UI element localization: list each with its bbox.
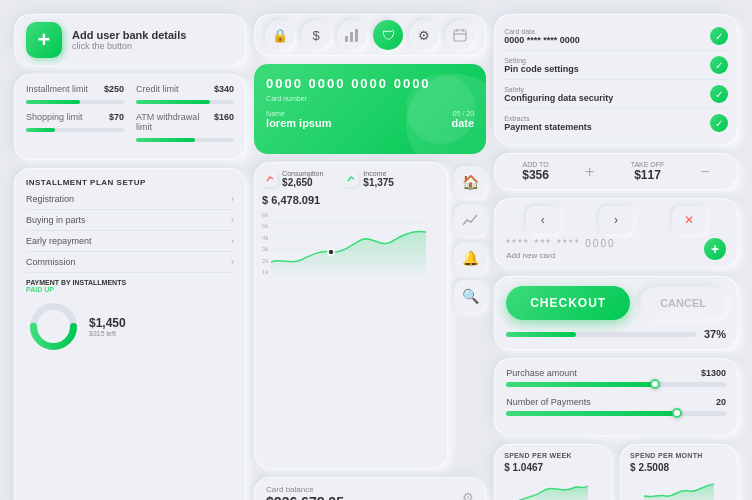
spend-month-val: $ 2.5008: [630, 462, 728, 473]
take-label: TAKE OFF: [631, 161, 665, 168]
chart-icon[interactable]: [337, 20, 367, 50]
purchase-card: Purchase amount $1300 Number of Payments…: [494, 358, 738, 436]
icon-bar: 🔒 $ 🛡 ⚙: [254, 14, 486, 56]
add-user-card: + Add user bank details click the button: [14, 14, 246, 66]
masked-card-number: **** *** **** 0000: [506, 238, 615, 249]
chevron-right-icon: ›: [231, 257, 234, 267]
data-item-setting: Setting Pin code settings ✓: [504, 51, 728, 80]
shopping-progress: [26, 128, 55, 132]
chart-main-val: $ 6,478.091: [262, 194, 440, 206]
plus-icon[interactable]: +: [585, 163, 594, 181]
spend-row: SPEND PER WEEK $ 1.0467 SPEND PER MONTH …: [494, 444, 738, 500]
checkout-progress-bar: [506, 332, 696, 337]
atm-label: ATM withdrawal limit: [136, 112, 214, 132]
chart-card: Consumption $2,650 Income $1,375: [254, 162, 448, 469]
data-item-card: Card data 0000 **** **** 0000 ✓: [504, 22, 728, 51]
credit-label: Credit limit: [136, 84, 179, 94]
add-user-button[interactable]: +: [26, 22, 62, 58]
shopping-value: $70: [109, 112, 124, 122]
installment-label: Installment limit: [26, 84, 88, 94]
install-buying[interactable]: Buying in parts›: [26, 210, 234, 231]
check-icon: ✓: [710, 56, 728, 74]
payments-progress-fill: [506, 411, 682, 416]
checkout-progress-pct: 37%: [704, 328, 726, 340]
installment-plan-card: INSTALLMENT PLAN SETUP Registration› Buy…: [14, 168, 246, 500]
card-date-label: date: [452, 117, 475, 129]
close-card-button[interactable]: ✕: [672, 206, 706, 234]
consumption-val: $2,650: [282, 177, 323, 188]
card-name-value: lorem ipsum: [266, 117, 331, 129]
payments-label: Number of Payments: [506, 397, 591, 407]
donut-amount: $1,450: [89, 316, 126, 330]
dollar-icon[interactable]: $: [301, 20, 331, 50]
card-data-list: Card data 0000 **** **** 0000 ✓ Setting …: [494, 14, 738, 145]
svg-rect-5: [454, 30, 466, 41]
spend-week-val: $ 1.0467: [504, 462, 602, 473]
spend-week-chart: [504, 476, 602, 500]
chevron-right-icon: ›: [231, 194, 234, 204]
card-number: 0000 0000 0000 0000: [266, 76, 474, 91]
side-icon-col: 🏠 🔔 🔍: [454, 162, 486, 469]
checkout-button[interactable]: CHECKOUT: [506, 286, 630, 320]
lock-icon[interactable]: 🔒: [265, 20, 295, 50]
card-name-label: Name: [266, 110, 331, 117]
donut-chart: [26, 299, 81, 354]
card-balance-label: Card balance: [266, 485, 344, 494]
purchase-progress-fill: [506, 382, 660, 387]
add-val: $356: [522, 168, 549, 182]
install-commission[interactable]: Commission›: [26, 252, 234, 273]
gear-icon[interactable]: ⚙: [462, 490, 474, 500]
credit-card: 0000 0000 0000 0000 Card number Name lor…: [254, 64, 486, 154]
add-new-card-label: Add new card: [506, 251, 615, 260]
checkout-card: CHECKOUT CANCEL 37%: [494, 276, 738, 350]
add-user-sub: click the button: [72, 41, 186, 51]
gear-icon[interactable]: ⚙: [409, 20, 439, 50]
income-label: Income: [363, 170, 394, 177]
shield-icon[interactable]: 🛡: [373, 20, 403, 50]
bell-icon-btn[interactable]: 🔔: [454, 242, 486, 274]
card-balance-val: $236,678.25: [266, 494, 344, 500]
home-icon-btn[interactable]: 🏠: [454, 166, 486, 198]
card-nav-area: ‹ › ✕ **** *** **** 0000 Add new card +: [494, 198, 738, 268]
credit-value: $340: [214, 84, 234, 94]
chevron-right-icon: ›: [231, 236, 234, 246]
balance-card: Card balance $236,678.25 ⚙: [254, 477, 486, 500]
add-new-card-button[interactable]: +: [704, 238, 726, 260]
check-icon: ✓: [710, 27, 728, 45]
cancel-button[interactable]: CANCEL: [640, 287, 726, 319]
donut-sub: $315 left: [89, 330, 126, 337]
spend-week-card: SPEND PER WEEK $ 1.0467: [494, 444, 612, 500]
payment-badge: PAYMENT BY INSTALLMENTS: [26, 279, 234, 286]
install-early[interactable]: Early repayment›: [26, 231, 234, 252]
card-number-label: Card number: [266, 95, 474, 102]
add-user-title: Add user bank details: [72, 29, 186, 41]
trend-icon-btn[interactable]: [454, 204, 486, 236]
next-card-button[interactable]: ›: [599, 206, 633, 234]
install-registration[interactable]: Registration›: [26, 189, 234, 210]
data-item-extracts: Extracts Payment statements ✓: [504, 109, 728, 137]
chevron-right-icon: ›: [231, 215, 234, 225]
minus-icon[interactable]: −: [701, 163, 710, 181]
search-icon-btn[interactable]: 🔍: [454, 280, 486, 312]
atm-value: $160: [214, 112, 234, 122]
payments-value: 20: [716, 397, 726, 407]
prev-card-button[interactable]: ‹: [526, 206, 560, 234]
calendar-icon[interactable]: [445, 20, 475, 50]
shopping-label: Shopping limit: [26, 112, 83, 122]
purchase-label: Purchase amount: [506, 368, 577, 378]
atm-progress: [136, 138, 195, 142]
spend-week-label: SPEND PER WEEK: [504, 452, 602, 459]
line-chart-svg: [271, 210, 426, 275]
svg-rect-2: [345, 36, 348, 42]
take-val: $117: [631, 168, 665, 182]
svg-rect-3: [350, 32, 353, 42]
add-label: ADD TO: [522, 161, 549, 168]
install-plan-title: INSTALLMENT PLAN SETUP: [26, 178, 234, 187]
svg-rect-4: [355, 29, 358, 42]
spend-month-card: SPEND PER MONTH $ 2.5008: [620, 444, 738, 500]
checkout-progress-fill: [506, 332, 576, 337]
credit-progress: [136, 100, 210, 104]
installment-value: $250: [104, 84, 124, 94]
installment-progress: [26, 100, 80, 104]
purchase-value: $1300: [701, 368, 726, 378]
